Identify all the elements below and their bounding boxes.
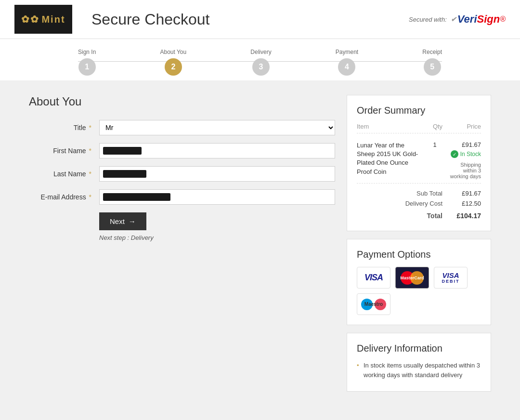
step-2-label: About You: [160, 49, 186, 55]
mc-text: MasterCard: [400, 276, 424, 280]
visa-label: VISA: [364, 273, 383, 283]
email-label: E-mail Address *: [29, 193, 91, 201]
step-3: Delivery 3: [250, 49, 271, 76]
steps-container: Sign In 1 About You 2 Delivery 3 Payment…: [78, 49, 442, 76]
col-price-label: Price: [447, 123, 481, 130]
firstname-required: *: [89, 147, 91, 155]
title-row: Title * Mr Mrs Miss Ms Dr: [29, 120, 335, 135]
next-step-text: Next step : Delivery: [99, 234, 335, 241]
order-table-header: Item Qty Price: [357, 123, 481, 133]
card-maestro: Maestro: [357, 293, 390, 315]
order-summary-title: Order Summary: [357, 105, 481, 116]
delivery-info-card: Delivery Information In stock items usua…: [347, 333, 491, 392]
in-stock-icon: ✓: [451, 150, 458, 158]
main-content: About You Title * Mr Mrs Miss Ms Dr Firs…: [0, 80, 520, 406]
visa-debit-label: VISA: [442, 272, 459, 279]
lastname-redact: [103, 170, 146, 178]
maestro-text: Maestro: [364, 302, 383, 307]
delivery-info-text: In stock items usually despatched within…: [364, 362, 480, 379]
firstname-redact: [103, 147, 142, 155]
order-totals: Sub Total £91.67 Delivery Cost £12.50 To…: [357, 188, 481, 221]
title-label: Title *: [29, 124, 91, 131]
lastname-label: Last Name *: [29, 170, 91, 178]
step-2-circle: 2: [165, 58, 182, 76]
progress-bar: Sign In 1 About You 2 Delivery 3 Payment…: [0, 39, 520, 80]
page-title: Secure Checkout: [91, 11, 209, 28]
lastname-required: *: [89, 170, 91, 178]
verisign-label: Secured with:: [409, 16, 447, 23]
lastname-input-wrapper: [99, 166, 335, 182]
email-redact: [103, 193, 170, 201]
card-visa: VISA: [357, 267, 390, 289]
step-3-label: Delivery: [250, 49, 271, 55]
order-summary-card: Order Summary Item Qty Price Lunar Year …: [347, 95, 491, 231]
step-4-label: Payment: [336, 49, 358, 55]
subtotal-value: £91.67: [452, 190, 481, 197]
button-area: Next → Next step : Delivery: [29, 212, 335, 241]
delivery-row: Delivery Cost £12.50: [357, 198, 481, 209]
order-item-price-col: £91.67 ✓ In Stock Shipping within 3 work…: [447, 141, 481, 179]
order-item-name: Lunar Year of the Sheep 2015 UK Gold-Pla…: [357, 141, 422, 176]
delivery-value: £12.50: [452, 200, 481, 207]
step-5-circle: 5: [424, 58, 441, 76]
form-heading: About You: [29, 95, 335, 108]
in-stock-label: In Stock: [460, 151, 481, 158]
step-1-circle: 1: [78, 58, 96, 76]
step-3-circle: 3: [252, 58, 270, 76]
visa-debit-sub: DEBIT: [442, 279, 460, 284]
header: ✿✿ Mint Secure Checkout Secured with: ✔ …: [0, 0, 520, 39]
shipping-note: Shipping within 3 working days: [447, 162, 481, 179]
firstname-input-wrapper: [99, 143, 335, 158]
verisign-logo: ✔ VeriSign®: [451, 13, 506, 26]
delivery-info-list: In stock items usually despatched within…: [357, 361, 481, 380]
next-button-label: Next: [110, 217, 125, 225]
col-item-label: Item: [357, 123, 428, 130]
order-item-price: £91.67: [462, 141, 481, 148]
logo-icon: ✿✿: [21, 13, 39, 25]
payment-options-title: Payment Options: [357, 249, 481, 260]
email-input-wrapper: [99, 189, 335, 205]
sidebar: Order Summary Item Qty Price Lunar Year …: [347, 95, 491, 392]
step-4: Payment 4: [336, 49, 358, 76]
card-mastercard: MasterCard: [395, 267, 429, 289]
title-select[interactable]: Mr Mrs Miss Ms Dr: [99, 120, 335, 135]
payment-cards: VISA MasterCard VISA DEBIT Maest: [357, 267, 481, 315]
subtotal-label: Sub Total: [416, 190, 442, 197]
subtotal-row: Sub Total £91.67: [357, 188, 481, 198]
form-section: About You Title * Mr Mrs Miss Ms Dr Firs…: [29, 95, 335, 392]
step-2: About You 2: [160, 49, 186, 76]
grand-total-row: Total £104.17: [357, 210, 481, 221]
email-required: *: [89, 193, 91, 201]
total-label: Total: [427, 212, 442, 220]
step-5: Receipt 5: [422, 49, 442, 76]
next-arrow-icon: →: [129, 217, 136, 225]
total-value: £104.17: [452, 212, 481, 220]
delivery-info-title: Delivery Information: [357, 343, 481, 354]
in-stock-badge: ✓ In Stock: [451, 150, 481, 158]
payment-options-card: Payment Options VISA MasterCard VISA DEB…: [347, 239, 491, 325]
card-visa-debit: VISA DEBIT: [434, 267, 468, 289]
logo-text: Mint: [41, 14, 65, 25]
lastname-row: Last Name *: [29, 166, 335, 182]
order-item-row: Lunar Year of the Sheep 2015 UK Gold-Pla…: [357, 137, 481, 184]
next-button[interactable]: Next →: [99, 212, 146, 230]
verisign-area: Secured with: ✔ VeriSign®: [409, 13, 506, 26]
step-5-label: Receipt: [422, 49, 442, 55]
order-table: Item Qty Price Lunar Year of the Sheep 2…: [357, 123, 481, 184]
order-item-qty: 1: [425, 141, 444, 148]
firstname-row: First Name *: [29, 143, 335, 158]
delivery-label: Delivery Cost: [405, 200, 442, 207]
step-1: Sign In 1: [78, 49, 96, 76]
header-left: ✿✿ Mint Secure Checkout: [14, 5, 209, 34]
firstname-label: First Name *: [29, 147, 91, 155]
delivery-info-item: In stock items usually despatched within…: [357, 361, 481, 380]
email-row: E-mail Address *: [29, 189, 335, 205]
logo: ✿✿ Mint: [14, 5, 72, 34]
title-required: *: [89, 124, 91, 131]
col-qty-label: Qty: [428, 123, 447, 130]
step-4-circle: 4: [338, 58, 355, 76]
step-1-label: Sign In: [78, 49, 96, 55]
